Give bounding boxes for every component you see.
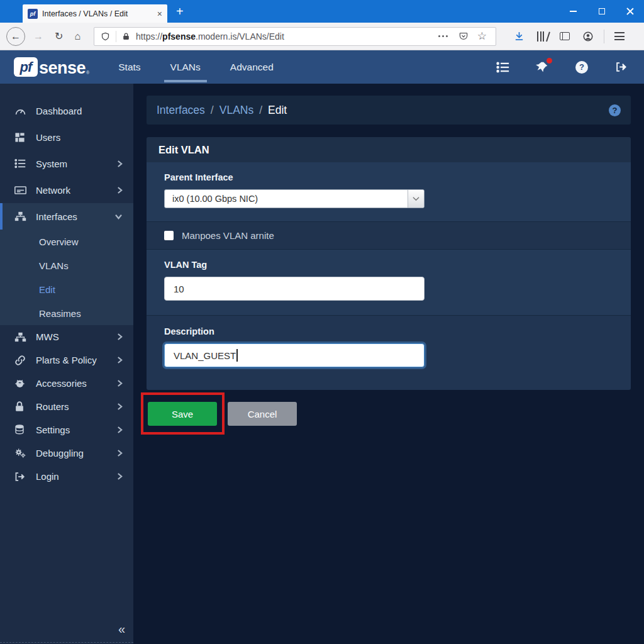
save-button[interactable]: Save bbox=[148, 402, 217, 426]
library-icon[interactable] bbox=[531, 31, 553, 42]
vlan-tag-label: VLAN Tag bbox=[164, 260, 613, 270]
notification-pin-icon[interactable] bbox=[536, 60, 549, 74]
mws-sitemap-icon bbox=[14, 332, 26, 342]
url-domain: pfsense bbox=[162, 31, 196, 42]
sidebar-subitem-vlans[interactable]: VLANs bbox=[0, 253, 133, 277]
logout-icon[interactable] bbox=[614, 61, 628, 73]
navbar-links: Stats VLANs Advanced bbox=[118, 62, 274, 73]
tracking-protection-icon[interactable] bbox=[101, 31, 110, 42]
sidebar-label: Routers bbox=[36, 401, 69, 412]
list-menu-icon[interactable] bbox=[496, 62, 509, 73]
sidebar-item-dashboard[interactable]: Dashboard bbox=[0, 97, 133, 124]
sidebars-icon[interactable] bbox=[553, 32, 576, 40]
home-button[interactable]: ⌂ bbox=[69, 31, 86, 42]
chevron-right-icon bbox=[117, 160, 123, 168]
minimize-button[interactable] bbox=[559, 0, 587, 23]
sidebar-item-interfaces[interactable]: Interfaces bbox=[0, 203, 133, 230]
sidebar-label: Accessories bbox=[36, 378, 87, 389]
pfsense-logo-pf: pf bbox=[14, 57, 38, 77]
sidebar-item-system[interactable]: System bbox=[0, 150, 133, 177]
nav-link-vlans[interactable]: VLANs bbox=[170, 62, 201, 73]
notification-badge bbox=[547, 58, 552, 64]
sidebar-subitem-reasimes[interactable]: Reasimes bbox=[0, 301, 133, 325]
sidebar-item-login[interactable]: Login bbox=[0, 465, 133, 488]
chevron-right-icon bbox=[117, 472, 123, 480]
breadcrumb-separator: / bbox=[259, 104, 262, 117]
navbar-icons: ? bbox=[496, 60, 628, 74]
new-tab-button[interactable]: + bbox=[176, 4, 184, 19]
chevron-right-icon bbox=[117, 379, 123, 387]
vlan-option-label: Manpoes VLAN arnite bbox=[182, 230, 274, 241]
page-help-icon[interactable]: ? bbox=[609, 104, 621, 116]
browser-toolbar: ← → ↻ ⌂ https://pfsense.modern.is/VLANs/… bbox=[0, 23, 644, 50]
parent-interface-select[interactable]: ix0 (10.00 Gbps NIC) bbox=[164, 189, 425, 208]
vlan-tag-row: VLAN Tag 10 bbox=[147, 250, 631, 315]
close-button[interactable] bbox=[616, 0, 644, 23]
sidebar-label: System bbox=[36, 158, 67, 169]
link-chain-icon bbox=[14, 355, 26, 366]
help-icon[interactable]: ? bbox=[575, 61, 588, 74]
sidebar-label: Settings bbox=[36, 425, 70, 435]
sidebar-item-accessories[interactable]: Accessories bbox=[0, 372, 133, 395]
vlan-tag-input[interactable]: 10 bbox=[164, 277, 425, 301]
system-list-icon bbox=[14, 158, 26, 169]
breadcrumb-interfaces[interactable]: Interfaces bbox=[157, 104, 205, 117]
sidebar-collapse-button[interactable]: « bbox=[118, 622, 123, 636]
pocket-icon[interactable] bbox=[452, 31, 475, 41]
description-row: Description VLAN_GUEST bbox=[147, 315, 631, 390]
bookmark-star-icon[interactable]: ☆ bbox=[475, 30, 489, 43]
chevron-right-icon bbox=[117, 333, 123, 341]
panel-title: Edit VLAN bbox=[158, 144, 209, 156]
parent-interface-value: ix0 (10.00 Gbps NIC) bbox=[165, 194, 408, 204]
forward-button[interactable]: → bbox=[28, 31, 49, 42]
menu-icon[interactable] bbox=[608, 32, 631, 40]
cancel-button[interactable]: Cancel bbox=[228, 402, 297, 426]
pfsense-logo[interactable]: pf sense ® bbox=[14, 57, 89, 77]
lock-icon bbox=[122, 32, 130, 41]
chevron-down-icon bbox=[114, 214, 123, 219]
nav-link-stats[interactable]: Stats bbox=[118, 62, 140, 73]
sidebar-subitem-edit[interactable]: Edit bbox=[0, 277, 133, 301]
sidebar-item-mws[interactable]: MWS bbox=[0, 325, 133, 348]
sidebar-label: Interfaces bbox=[36, 211, 77, 222]
sidebar-label: Debuggling bbox=[36, 448, 84, 458]
back-button[interactable]: ← bbox=[6, 27, 25, 46]
sidebar-label: Users bbox=[36, 132, 60, 143]
lock-icon bbox=[14, 401, 26, 412]
database-icon bbox=[14, 425, 26, 435]
select-chevron-icon[interactable] bbox=[408, 190, 424, 208]
browser-window: pf Interfaces / VLANs / Edit × + ← → ↻ ⌂… bbox=[0, 0, 644, 644]
nav-link-advanced[interactable]: Advanced bbox=[230, 62, 274, 73]
interfaces-sitemap-icon bbox=[14, 211, 26, 221]
reload-button[interactable]: ↻ bbox=[49, 30, 69, 42]
main-content: Interfaces / VLANs / Edit ? Edit VLAN Pa… bbox=[133, 84, 644, 644]
sidebar-item-debuggling[interactable]: Debuggling bbox=[0, 441, 133, 465]
sidebar-item-users[interactable]: Users bbox=[0, 124, 133, 150]
tab-close-icon[interactable]: × bbox=[157, 9, 162, 19]
breadcrumb-separator: / bbox=[211, 104, 214, 117]
url-path: .modern.is/VLANs/Edit bbox=[196, 31, 284, 42]
network-card-icon bbox=[14, 186, 26, 195]
sidebar-item-settings[interactable]: Settings bbox=[0, 418, 133, 441]
sidebar: Dashboard Users System Network Interface… bbox=[0, 84, 133, 644]
vlan-option-checkbox[interactable] bbox=[164, 231, 174, 240]
browser-tab[interactable]: pf Interfaces / VLANs / Edit × bbox=[23, 4, 167, 23]
maximize-icon bbox=[599, 8, 605, 14]
parent-interface-row: Parent Interface ix0 (10.00 Gbps NIC) bbox=[147, 162, 631, 221]
sidebar-item-network[interactable]: Network bbox=[0, 177, 133, 203]
sign-out-icon bbox=[14, 472, 26, 482]
users-grid-icon bbox=[14, 132, 26, 143]
breadcrumb: Interfaces / VLANs / Edit ? bbox=[147, 96, 631, 125]
downloads-icon[interactable] bbox=[508, 31, 531, 42]
maximize-button[interactable] bbox=[587, 0, 616, 23]
sidebar-subitem-overview[interactable]: Overview bbox=[0, 230, 133, 253]
url-bar[interactable]: https://pfsense.modern.is/VLANs/Edit ☆ bbox=[94, 27, 496, 46]
chevron-right-icon bbox=[117, 356, 123, 364]
sidebar-item-routers[interactable]: Routers bbox=[0, 395, 133, 418]
description-input[interactable]: VLAN_GUEST bbox=[164, 343, 425, 367]
page-actions-icon[interactable] bbox=[434, 35, 452, 37]
account-icon[interactable] bbox=[576, 31, 600, 42]
panel-header: Edit VLAN bbox=[147, 137, 631, 162]
sidebar-item-plarts-policy[interactable]: Plarts & Policy bbox=[0, 348, 133, 372]
breadcrumb-vlans[interactable]: VLANs bbox=[219, 104, 253, 117]
